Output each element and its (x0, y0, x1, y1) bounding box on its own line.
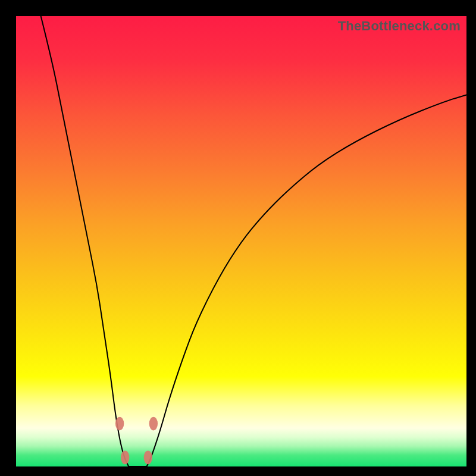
bottleneck-curve (41, 16, 466, 466)
trough-markers (115, 417, 158, 464)
plot-area: TheBottleneck.com (16, 16, 466, 466)
trough-marker-dot (149, 417, 158, 431)
trough-marker-dot (115, 417, 124, 431)
trough-marker-dot (121, 451, 129, 465)
chart-frame: TheBottleneck.com (0, 0, 476, 476)
curve-layer (16, 16, 466, 466)
trough-marker-dot (144, 451, 152, 465)
